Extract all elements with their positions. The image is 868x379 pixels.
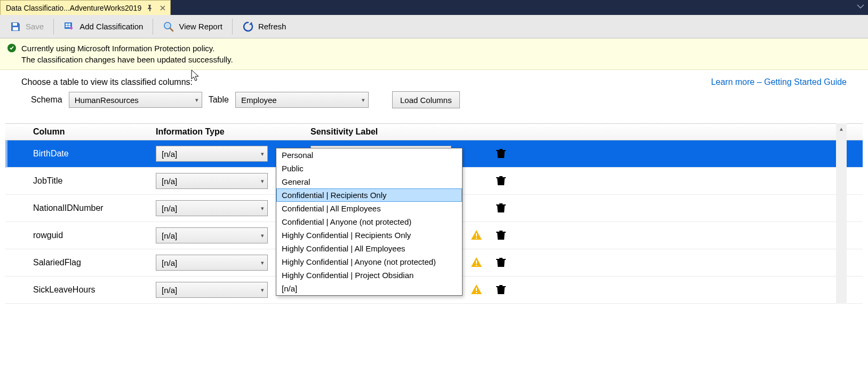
dropdown-option[interactable]: Confidential | Anyone (not protected) <box>276 215 462 228</box>
view-report-label: View Report <box>179 22 222 31</box>
refresh-icon <box>242 21 254 33</box>
refresh-label: Refresh <box>258 22 286 31</box>
svg-rect-4 <box>66 26 68 27</box>
delete-cell <box>495 147 520 160</box>
trash-icon[interactable] <box>495 175 507 186</box>
load-columns-button[interactable]: Load Columns <box>392 91 460 108</box>
dropdown-option[interactable]: Highly Confidential | Anyone (not protec… <box>276 255 462 269</box>
document-tab[interactable]: Data Classificatio...AdventureWorks2019 <box>0 0 171 15</box>
info-type-dropdown[interactable]: [n/a]▾ <box>156 173 268 189</box>
dropdown-option[interactable]: Highly Confidential | Recipients Only <box>276 228 462 242</box>
svg-rect-0 <box>13 23 17 26</box>
dropdown-option[interactable]: [n/a] <box>276 282 462 295</box>
trash-icon[interactable] <box>495 229 507 241</box>
choose-table-prompt: Choose a table to view its classified co… <box>21 77 460 87</box>
schema-dropdown[interactable]: HumanResources ▾ <box>69 92 202 108</box>
dropdown-option[interactable]: Personal <box>276 148 462 162</box>
info-banner: Currently using Microsoft Information Pr… <box>0 38 868 70</box>
view-report-button[interactable]: View Report <box>156 17 228 36</box>
info-type-dropdown[interactable]: [n/a]▾ <box>156 146 268 162</box>
column-name: SickLeaveHours <box>33 285 156 295</box>
trash-icon[interactable] <box>495 202 507 214</box>
chevron-down-icon: ▾ <box>195 97 198 104</box>
delete-cell <box>495 229 520 242</box>
add-classification-icon <box>63 21 75 33</box>
delete-cell <box>495 256 520 269</box>
delete-cell <box>495 175 520 187</box>
delete-cell <box>495 283 520 296</box>
sensitivity-dropdown-popup[interactable]: PersonalPublicGeneralConfidential | Reci… <box>276 148 463 296</box>
add-classification-label: Add Classification <box>79 22 143 31</box>
grid-header: Column Information Type Sensitivity Labe… <box>5 124 863 140</box>
dropdown-option[interactable]: Highly Confidential | Project Obsidian <box>276 269 462 282</box>
toolbar-separator <box>53 19 54 35</box>
dropdown-option[interactable]: Highly Confidential | All Employees <box>276 242 462 255</box>
close-icon[interactable] <box>158 4 167 12</box>
magnifier-icon <box>163 21 174 33</box>
scroll-up-icon[interactable]: ▲ <box>836 123 847 134</box>
column-name: BirthDate <box>33 149 156 159</box>
pin-icon[interactable] <box>146 4 154 12</box>
save-label: Save <box>26 22 44 31</box>
delete-cell <box>495 202 520 215</box>
column-name: JobTitle <box>33 176 156 186</box>
content-area: Choose a table to view its classified co… <box>0 70 868 304</box>
warning-cell <box>471 229 495 242</box>
svg-rect-10 <box>476 238 477 239</box>
info-type-value: [n/a] <box>162 286 177 295</box>
warning-cell <box>471 283 495 296</box>
refresh-button[interactable]: Refresh <box>236 17 293 36</box>
trash-icon[interactable] <box>495 147 507 159</box>
column-name: SalariedFlag <box>33 258 156 267</box>
info-type-value: [n/a] <box>162 258 177 267</box>
vertical-scrollbar[interactable]: ▲ <box>836 123 847 304</box>
dropdown-option[interactable]: Confidential | All Employees <box>276 202 462 215</box>
svg-rect-14 <box>476 292 477 293</box>
warning-icon <box>471 256 482 268</box>
checkmark-icon <box>7 44 16 52</box>
chevron-down-icon: ▾ <box>261 178 264 185</box>
tab-title: Data Classificatio...AdventureWorks2019 <box>6 4 141 12</box>
svg-rect-1 <box>13 27 18 30</box>
info-type-dropdown[interactable]: [n/a]▾ <box>156 227 268 243</box>
table-label: Table <box>209 95 229 105</box>
chevron-down-icon: ▾ <box>261 232 264 239</box>
svg-rect-13 <box>476 288 477 291</box>
info-type-dropdown[interactable]: [n/a]▾ <box>156 200 268 216</box>
svg-rect-12 <box>476 265 477 266</box>
table-value: Employee <box>241 96 277 105</box>
trash-icon[interactable] <box>495 256 507 268</box>
schema-value: HumanResources <box>75 96 139 105</box>
load-columns-label: Load Columns <box>400 96 452 105</box>
classification-grid: Column Information Type Sensitivity Labe… <box>5 123 863 304</box>
svg-rect-6 <box>68 26 70 27</box>
add-classification-button[interactable]: Add Classification <box>57 17 149 36</box>
banner-text: Currently using Microsoft Information Pr… <box>21 43 233 65</box>
table-dropdown[interactable]: Employee ▾ <box>235 92 369 108</box>
info-type-dropdown[interactable]: [n/a]▾ <box>156 282 268 298</box>
save-button: Save <box>3 17 50 36</box>
svg-rect-3 <box>66 23 68 25</box>
svg-rect-5 <box>68 23 70 25</box>
chevron-down-icon: ▾ <box>261 259 264 266</box>
dropdown-option[interactable]: General <box>276 175 462 188</box>
info-type-value: [n/a] <box>162 177 177 186</box>
trash-icon[interactable] <box>495 283 507 295</box>
learn-more-link[interactable]: Learn more – Getting Started Guide <box>711 77 847 87</box>
save-icon <box>10 21 21 33</box>
chevron-down-icon: ▾ <box>261 151 264 157</box>
info-type-value: [n/a] <box>162 231 177 240</box>
banner-line-1: Currently using Microsoft Information Pr… <box>21 43 233 54</box>
window-menu-icon[interactable] <box>856 2 865 11</box>
column-name: rowguid <box>33 231 156 240</box>
column-name: NationalIDNumber <box>33 203 156 213</box>
dropdown-option[interactable]: Confidential | Recipients Only <box>276 188 462 202</box>
dropdown-option[interactable]: Public <box>276 162 462 175</box>
chevron-down-icon: ▾ <box>261 205 264 212</box>
chevron-down-icon: ▾ <box>261 287 264 294</box>
info-type-dropdown[interactable]: [n/a]▾ <box>156 255 268 271</box>
header-info-type: Information Type <box>156 127 310 137</box>
toolbar: Save Add Classification View Report Refr… <box>0 15 868 38</box>
info-type-value: [n/a] <box>162 149 177 159</box>
window-titlebar: Data Classificatio...AdventureWorks2019 <box>0 0 868 15</box>
